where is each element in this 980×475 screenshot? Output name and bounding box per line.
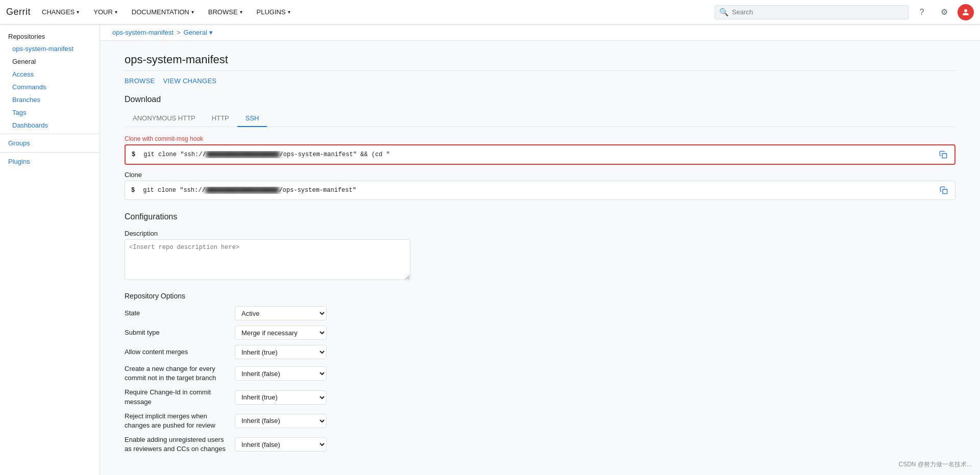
chevron-down-icon: ▾ <box>240 9 242 15</box>
watermark: CSDN @努力做一名技术... <box>898 460 972 469</box>
title-divider <box>125 70 955 71</box>
submit-type-label: Submit type <box>125 328 227 337</box>
require-change-id-label: Require Change-Id in commit message <box>125 388 227 406</box>
nav-your[interactable]: YOUR ▾ <box>88 0 122 24</box>
configurations-title: Configurations <box>125 212 955 221</box>
chevron-down-icon: ▾ <box>288 9 290 15</box>
svg-point-0 <box>964 9 967 12</box>
breadcrumb-parent[interactable]: ops-system-manifest <box>112 29 174 36</box>
chevron-down-icon: ▾ <box>77 9 79 15</box>
copy-clone-hook-button[interactable] <box>938 149 948 160</box>
sidebar-item-groups[interactable]: Groups <box>0 136 100 150</box>
description-label: Description <box>125 230 955 237</box>
browse-link[interactable]: BROWSE <box>125 77 155 85</box>
breadcrumb-separator: > <box>177 29 181 36</box>
new-change-label: Create a new change for every commit not… <box>125 364 227 383</box>
reject-implicit-merges-select[interactable]: Inherit (false) True False <box>235 414 327 428</box>
blurred-hostname-1: ████████████████████ <box>206 151 280 158</box>
options-grid: State Active Read Only Hidden Submit typ… <box>125 306 380 454</box>
new-change-select[interactable]: Inherit (false) True False <box>235 366 327 381</box>
avatar[interactable] <box>958 4 974 20</box>
sidebar: Repositories ops-system-manifest General… <box>0 24 100 475</box>
help-icon[interactable]: ? <box>913 3 931 21</box>
nav-changes[interactable]: CHANGES ▾ <box>37 0 84 24</box>
links-row: BROWSE VIEW CHANGES <box>125 77 955 85</box>
sidebar-divider <box>0 134 100 134</box>
view-changes-link[interactable]: VIEW CHANGES <box>163 77 217 85</box>
configurations-section: Configurations Description Repository Op… <box>125 212 955 454</box>
clone-with-hook-box: $ git clone "ssh://████████████████████/… <box>125 144 955 165</box>
chevron-down-icon: ▾ <box>115 9 117 15</box>
sidebar-item-plugins[interactable]: Plugins <box>0 155 100 168</box>
sidebar-item-dashboards[interactable]: Dashboards <box>0 119 100 132</box>
breadcrumb: ops-system-manifest > General ▾ <box>100 24 980 41</box>
enable-unregistered-label: Enable adding unregistered users as revi… <box>125 435 227 454</box>
search-icon: 🔍 <box>719 8 729 17</box>
allow-content-merges-select[interactable]: Inherit (true) True False <box>235 345 327 359</box>
clone-box: $ git clone "ssh://████████████████████/… <box>125 181 955 200</box>
copy-clone-button[interactable] <box>939 185 949 195</box>
sidebar-item-commands[interactable]: Commands <box>0 81 100 93</box>
reject-implicit-merges-label: Reject implicit merges when changes are … <box>125 412 227 430</box>
blurred-hostname-2: ████████████████████ <box>206 187 279 194</box>
layout: Repositories ops-system-manifest General… <box>0 24 980 475</box>
sidebar-divider-2 <box>0 152 100 153</box>
breadcrumb-current[interactable]: General ▾ <box>184 29 213 36</box>
app-logo: Gerrit <box>6 7 31 17</box>
download-section-title: Download <box>125 95 955 104</box>
state-label: State <box>125 309 227 318</box>
sidebar-item-tags[interactable]: Tags <box>0 106 100 119</box>
main-content: ops-system-manifest BROWSE VIEW CHANGES … <box>100 41 980 475</box>
repositories-label: Repositories <box>0 29 100 42</box>
tab-http[interactable]: HTTP <box>204 110 237 127</box>
enable-unregistered-select[interactable]: Inherit (false) True False <box>235 437 327 452</box>
search-box[interactable]: 🔍 <box>715 5 909 19</box>
sidebar-item-access[interactable]: Access <box>0 68 100 81</box>
clone-with-hook-cmd: git clone "ssh://████████████████████/op… <box>143 151 934 158</box>
nav-plugins[interactable]: PLUGINS ▾ <box>252 0 296 24</box>
require-change-id-select[interactable]: Inherit (true) True False <box>235 390 327 405</box>
svg-rect-1 <box>942 154 947 158</box>
nav-browse[interactable]: BROWSE ▾ <box>203 0 248 24</box>
allow-content-merges-label: Allow content merges <box>125 347 227 357</box>
clone-label: Clone <box>125 171 955 179</box>
tab-ssh[interactable]: SSH <box>237 110 267 127</box>
svg-rect-2 <box>943 189 947 194</box>
clone-dollar-1: $ <box>132 151 135 158</box>
sidebar-current-repo[interactable]: ops-system-manifest <box>0 42 100 55</box>
page-title: ops-system-manifest <box>125 53 955 66</box>
clone-cmd: git clone "ssh://████████████████████/op… <box>143 187 935 194</box>
search-input[interactable] <box>732 8 904 16</box>
repo-options-title: Repository Options <box>125 292 955 300</box>
tab-anon-http[interactable]: ANONYMOUS HTTP <box>125 110 204 127</box>
description-textarea[interactable] <box>125 239 410 280</box>
sidebar-item-branches[interactable]: Branches <box>0 93 100 106</box>
top-nav: Gerrit CHANGES ▾ YOUR ▾ DOCUMENTATION ▾ … <box>0 0 980 24</box>
main-area: ops-system-manifest > General ▾ ops-syst… <box>100 24 980 475</box>
nav-documentation[interactable]: DOCUMENTATION ▾ <box>127 0 199 24</box>
chevron-down-icon: ▾ <box>191 9 194 15</box>
chevron-down-icon: ▾ <box>209 29 213 36</box>
state-select[interactable]: Active Read Only Hidden <box>235 306 327 320</box>
clone-with-hook-label: Clone with commit-msg hook <box>125 135 955 142</box>
sidebar-item-general[interactable]: General <box>0 55 100 68</box>
submit-type-select[interactable]: Merge if necessary Fast Forward Only Reb… <box>235 326 327 340</box>
settings-icon[interactable]: ⚙ <box>935 3 953 21</box>
download-tabs: ANONYMOUS HTTP HTTP SSH <box>125 110 955 127</box>
clone-dollar-2: $ <box>131 187 135 194</box>
